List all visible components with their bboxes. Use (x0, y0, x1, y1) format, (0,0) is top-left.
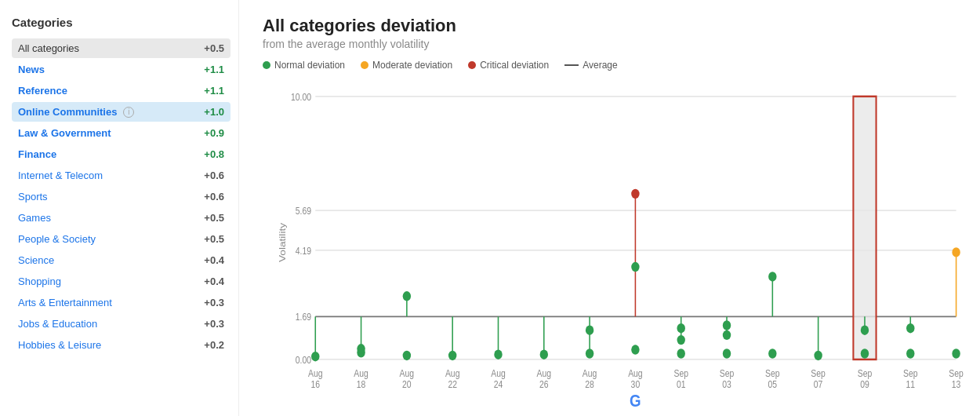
data-point (540, 350, 548, 359)
svg-text:05: 05 (768, 379, 778, 389)
svg-text:Sep: Sep (949, 368, 964, 378)
svg-text:Aug: Aug (400, 368, 415, 378)
sidebar-item-finance[interactable]: Finance +0.8 (12, 144, 230, 164)
svg-text:22: 22 (448, 379, 457, 389)
sidebar-item-value: +0.5 (204, 233, 224, 245)
sidebar-item-label: Internet & Telecom (18, 170, 103, 181)
sidebar-item-value: +0.5 (204, 212, 224, 224)
sidebar-item-value: +0.3 (204, 297, 224, 308)
sidebar-item-reference[interactable]: Reference +1.1 (12, 81, 230, 100)
sidebar-item-label: Finance (18, 148, 56, 160)
legend-normal-label: Normal deviation (274, 60, 345, 71)
svg-text:Sep: Sep (673, 368, 688, 378)
svg-text:Sep: Sep (811, 368, 826, 378)
data-point (723, 348, 731, 358)
svg-text:Sep: Sep (903, 368, 918, 378)
data-point (494, 350, 502, 359)
svg-text:16: 16 (310, 379, 320, 389)
svg-text:20: 20 (402, 379, 412, 389)
sidebar-item-arts-entertainment[interactable]: Arts & Entertainment +0.3 (12, 293, 230, 312)
sidebar-item-games[interactable]: Games +0.5 (12, 208, 230, 228)
svg-text:Sep: Sep (765, 368, 780, 378)
data-point (768, 272, 776, 281)
legend-critical-label: Critical deviation (480, 60, 549, 71)
chart-panel: All categories deviation from the averag… (239, 0, 980, 416)
sidebar-item-law-government[interactable]: Law & Government +0.9 (12, 123, 230, 143)
sidebar-item-people-society[interactable]: People & Society +0.5 (12, 229, 230, 249)
sidebar-title: Categories (12, 16, 230, 29)
svg-text:Aug: Aug (445, 368, 460, 378)
legend-average-label: Average (583, 60, 617, 71)
sidebar-item-value: +0.3 (204, 318, 224, 330)
data-point (677, 335, 685, 345)
sidebar-item-shopping[interactable]: Shopping +0.4 (12, 272, 230, 291)
data-point (768, 348, 776, 358)
svg-text:Aug: Aug (628, 368, 643, 378)
legend-average: Average (564, 60, 617, 71)
data-point (631, 262, 639, 272)
critical-dot (468, 61, 476, 69)
sidebar-item-value: +1.1 (204, 64, 224, 75)
chart-area: Volatility 10.00 5.69 4.19 1.69 0.00 (270, 77, 964, 408)
svg-text:Volatility: Volatility (278, 222, 288, 262)
sidebar-item-label: Science (18, 254, 54, 266)
svg-text:Sep: Sep (858, 368, 873, 378)
data-point (677, 348, 685, 358)
sidebar-item-jobs-education[interactable]: Jobs & Education +0.3 (12, 314, 230, 334)
sidebar-item-label: Hobbies & Leisure (18, 339, 101, 351)
sidebar-item-internet-telecom[interactable]: Internet & Telecom +0.6 (12, 166, 230, 185)
chart-title: All categories deviation (263, 16, 964, 36)
sidebar-item-online-communities[interactable]: Online Communities i +1.0 (12, 102, 230, 122)
svg-text:07: 07 (814, 379, 823, 389)
svg-text:Aug: Aug (308, 368, 323, 378)
sidebar-item-value: +0.9 (204, 127, 224, 139)
data-point (403, 351, 411, 360)
sidebar-item-label: Arts & Entertainment (18, 297, 112, 308)
data-point (448, 351, 456, 360)
svg-text:13: 13 (952, 379, 961, 389)
sidebar-item-value: +0.8 (204, 148, 224, 160)
sidebar-item-sports[interactable]: Sports +0.6 (12, 187, 230, 206)
sidebar-item-value: +0.6 (204, 191, 224, 203)
sidebar-item-label: Law & Government (18, 127, 111, 139)
info-icon[interactable]: i (123, 107, 134, 118)
data-point (311, 352, 319, 361)
svg-text:4.19: 4.19 (296, 246, 311, 256)
data-point (723, 330, 731, 340)
sidebar-item-label: Reference (18, 85, 67, 97)
sidebar: Categories All categories +0.5 News +1.1… (0, 0, 239, 416)
sidebar-item-value: +1.0 (204, 106, 224, 118)
svg-text:09: 09 (860, 379, 869, 389)
svg-text:01: 01 (677, 379, 686, 389)
sidebar-item-all-categories[interactable]: All categories +0.5 (12, 38, 230, 58)
data-point (586, 326, 593, 335)
chart-svg: Volatility 10.00 5.69 4.19 1.69 0.00 (270, 77, 964, 408)
svg-text:1.69: 1.69 (296, 312, 311, 322)
data-point (861, 326, 869, 335)
svg-text:Aug: Aug (354, 368, 368, 378)
average-line (564, 64, 579, 66)
svg-text:26: 26 (539, 379, 549, 389)
legend-moderate-label: Moderate deviation (372, 60, 452, 71)
sidebar-item-value: +0.4 (204, 276, 224, 287)
sidebar-item-value: +0.6 (204, 170, 224, 181)
svg-text:11: 11 (906, 379, 915, 389)
svg-text:18: 18 (357, 379, 366, 389)
sidebar-item-label: Games (18, 212, 51, 224)
data-point (906, 323, 914, 333)
chart-subtitle: from the average monthly volatility (263, 38, 964, 50)
svg-text:Aug: Aug (537, 368, 552, 378)
sidebar-item-label: People & Society (18, 233, 96, 245)
sidebar-item-hobbies-leisure[interactable]: Hobbies & Leisure +0.2 (12, 335, 230, 355)
sidebar-item-science[interactable]: Science +0.4 (12, 250, 230, 270)
data-point (952, 348, 960, 358)
moderate-dot (361, 61, 368, 69)
sidebar-item-value: +0.2 (204, 339, 224, 351)
data-point (814, 351, 822, 360)
legend-moderate: Moderate deviation (361, 60, 452, 71)
sidebar-item-news[interactable]: News +1.1 (12, 60, 230, 79)
sidebar-item-value: +0.5 (204, 42, 224, 54)
svg-text:03: 03 (722, 379, 731, 389)
svg-text:0.00: 0.00 (296, 355, 311, 365)
data-point (906, 348, 914, 358)
